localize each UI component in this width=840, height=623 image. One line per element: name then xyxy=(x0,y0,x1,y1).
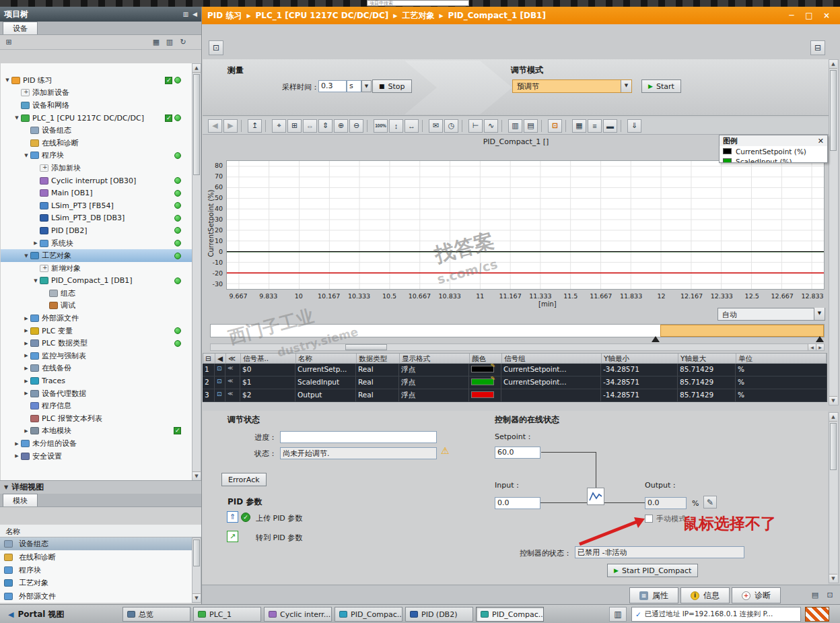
tree-item-3[interactable]: ▼PLC_1 [CPU 1217C DC/DC/DC] xyxy=(1,112,192,125)
diagram-view-icon[interactable]: ▦ xyxy=(150,36,162,48)
expander-icon[interactable]: ▶ xyxy=(22,366,30,371)
signal-row-3[interactable]: 3⊡≪$2OutputReal浮点-14.2857185.71429% xyxy=(203,389,827,402)
dropdown-arrow-icon[interactable]: ▼ xyxy=(621,80,631,92)
tree-item-25[interactable]: ▶设备代理数据 xyxy=(1,387,192,400)
column-header[interactable]: 显示格式 xyxy=(400,354,470,363)
range-selection[interactable] xyxy=(660,325,824,337)
expander-icon[interactable]: ▼ xyxy=(13,115,21,121)
vertical-scrollbar[interactable]: ▲ ▼ xyxy=(829,59,839,405)
tuning-mode-select[interactable]: 预调节 ▼ xyxy=(512,79,632,93)
detail-item-3[interactable]: 工艺对象 xyxy=(0,577,192,589)
align-block-icon[interactable]: ▬ xyxy=(603,119,617,133)
scroll-thumb[interactable] xyxy=(345,344,387,350)
upload-pid-params-link[interactable]: 上传 PID 参数 xyxy=(256,513,302,523)
expander-icon[interactable]: ▶ xyxy=(22,391,30,396)
tree-item-15[interactable]: 新增对象 xyxy=(1,262,192,275)
taskbar-button-2[interactable]: Cyclic interr... xyxy=(264,607,332,622)
start-pid-compact-button[interactable]: ▶ Start PID_Compact xyxy=(607,564,698,577)
expander-icon[interactable]: ▼ xyxy=(22,153,30,158)
manual-value-icon[interactable]: ✎ xyxy=(703,496,717,509)
tree-item-28[interactable]: ▶本地模块 xyxy=(1,425,192,438)
expander-icon[interactable]: ▼ xyxy=(3,77,11,83)
fit-time-icon[interactable]: ↔ xyxy=(405,119,419,133)
taskbar-button-5[interactable]: PID_Compac... xyxy=(476,607,544,622)
tree-item-11[interactable]: LSim_PT3_DB [DB3] xyxy=(1,212,192,225)
memory-card-icon[interactable]: ▥ xyxy=(609,607,627,622)
expander-icon[interactable]: ▶ xyxy=(22,428,30,434)
tree-item-23[interactable]: ▶在线备份 xyxy=(1,362,192,375)
taskbar-button-3[interactable]: PID_Compac... xyxy=(335,607,403,622)
scroll-down-icon[interactable]: ▼ xyxy=(829,396,837,405)
color-cell[interactable]: ✎ xyxy=(469,364,501,376)
scroll-thumb[interactable] xyxy=(193,539,200,566)
scroll-left-icon[interactable]: ◀ xyxy=(808,344,816,350)
scroll-right-icon[interactable]: ▶ xyxy=(816,344,824,350)
close-icon[interactable]: × xyxy=(821,11,832,20)
expander-icon[interactable]: ▶ xyxy=(13,453,21,459)
restore-icon[interactable]: □ xyxy=(804,11,814,20)
expander-icon[interactable]: ▶ xyxy=(22,316,30,321)
auto-collapse-ic[interactable]: ▥ xyxy=(183,11,189,18)
trace-window-icon[interactable]: ⊡ xyxy=(209,40,223,55)
collapse-inspector-icon[interactable]: ⊡ xyxy=(824,589,836,601)
scroll-thumb[interactable] xyxy=(830,423,837,470)
breadcrumb-segment[interactable]: PID_Compact_1 [DB1] xyxy=(448,11,546,20)
taskbar-button-0[interactable]: 总览 xyxy=(123,607,190,622)
tree-item-30[interactable]: ▶安全设置 xyxy=(1,450,192,463)
scroll-up-icon[interactable]: ▲ xyxy=(193,64,201,73)
expander-icon[interactable]: ▶ xyxy=(22,328,30,333)
setpoint-field[interactable]: 60.0 xyxy=(495,447,540,459)
timestamp-icon[interactable]: ◷ xyxy=(444,119,458,133)
pointer-icon[interactable]: ⌖ xyxy=(272,119,286,133)
dock-panel-icon[interactable]: ▤ xyxy=(809,589,821,601)
save-measurement-icon[interactable]: ⇓ xyxy=(627,119,641,133)
zoom-out-icon[interactable]: ⊖ xyxy=(349,119,363,133)
vertical-grid-icon[interactable]: ▥ xyxy=(508,119,522,133)
tree-item-1[interactable]: 添加新设备 xyxy=(1,87,192,100)
signal-row-2[interactable]: 2⊡≪$1ScaledInputReal浮点✎CurrentSetpoint..… xyxy=(203,376,827,389)
envelope-icon[interactable]: ✉ xyxy=(429,119,443,133)
scroll-down-icon[interactable]: ▼ xyxy=(193,593,201,602)
tree-scrollbar[interactable]: ▲ ▼ xyxy=(192,63,201,481)
forward-icon[interactable]: ▶ xyxy=(223,119,238,133)
expand-panel-icon[interactable]: ⊟ xyxy=(810,40,825,55)
expander-icon[interactable]: ▶ xyxy=(22,341,30,346)
tree-item-17[interactable]: 组态 xyxy=(1,287,192,300)
range-handle-left[interactable] xyxy=(652,336,660,342)
expander-icon[interactable]: ▼ xyxy=(22,253,30,259)
legend-item-0[interactable]: CurrentSetpoint (%) xyxy=(720,146,827,156)
column-header[interactable]: 信号组 xyxy=(502,354,602,363)
tree-item-7[interactable]: 添加新块 xyxy=(1,162,192,174)
tree-item-16[interactable]: ▼PID_Compact_1 [DB1] xyxy=(1,275,192,288)
scroll-up-icon[interactable]: ▲ xyxy=(829,413,837,422)
tree-item-14[interactable]: ▼工艺对象 xyxy=(1,249,192,262)
trend-plot-area[interactable] xyxy=(226,160,825,290)
scroll-thumb[interactable] xyxy=(193,74,200,175)
tree-item-4[interactable]: 设备组态 xyxy=(1,124,192,137)
trend-view-icon[interactable]: ∿ xyxy=(484,119,498,133)
tab-diagnostics[interactable]: +诊断 xyxy=(732,587,781,603)
tree-item-29[interactable]: ▶未分组的设备 xyxy=(1,437,192,450)
detail-item-1[interactable]: 在线和诊断 xyxy=(0,550,192,563)
expander-icon[interactable]: ▶ xyxy=(13,441,21,447)
sort-icon[interactable]: ⊞ xyxy=(3,36,15,48)
tab-module[interactable]: 模块 xyxy=(3,494,38,506)
taskbar-button-4[interactable]: PID (DB2) xyxy=(405,607,473,622)
scroll-down-icon[interactable]: ▼ xyxy=(829,574,837,583)
tree-item-8[interactable]: Cyclic interrupt [OB30] xyxy=(1,174,192,187)
sampling-time-input[interactable]: 0.3 xyxy=(318,80,347,92)
vertical-scrollbar[interactable]: ▲ ▼ xyxy=(829,412,839,583)
tree-item-6[interactable]: ▼程序块 xyxy=(1,150,192,162)
column-header[interactable]: 单位 xyxy=(736,354,827,363)
tree-item-12[interactable]: PID [DB2] xyxy=(1,224,192,237)
tree-item-18[interactable]: 调试 xyxy=(1,300,192,313)
breadcrumb-segment[interactable]: PLC_1 [CPU 1217C DC/DC/DC] xyxy=(256,11,389,20)
tree-item-22[interactable]: ▶监控与强制表 xyxy=(1,350,192,362)
sampling-unit-dropdown-icon[interactable]: ▼ xyxy=(361,80,372,92)
detail-item-0[interactable]: 设备组态 xyxy=(0,537,192,550)
dropdown-arrow-icon[interactable]: ▼ xyxy=(814,308,825,320)
tab-devices[interactable]: 设备 xyxy=(3,22,38,34)
scroll-thumb[interactable] xyxy=(830,70,837,151)
breadcrumb-segment[interactable]: PID 练习 xyxy=(207,10,242,22)
export-measurement-icon[interactable]: ↥ xyxy=(248,119,262,133)
